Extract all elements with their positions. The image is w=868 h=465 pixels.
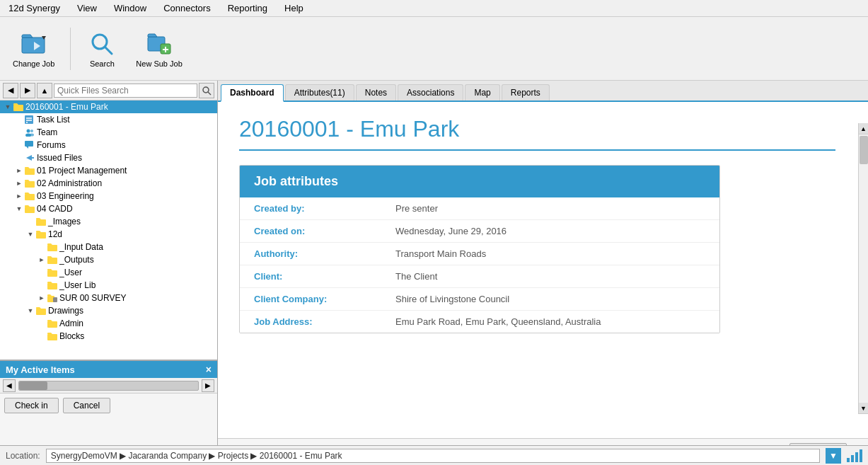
tree-item-01-proj-mgmt[interactable]: ► 01 Project Management: [0, 164, 217, 177]
tree-item-outputs[interactable]: ► _Outputs: [0, 253, 217, 266]
tree-item-drawings[interactable]: ▼ Drawings: [0, 304, 217, 317]
tree-item-sur-survey[interactable]: ► SUR 00 SURVEY: [0, 292, 217, 304]
folder-yellow3-icon: [24, 190, 35, 202]
tree-item-input-data[interactable]: _Input Data: [0, 241, 217, 253]
location-field[interactable]: [46, 449, 820, 463]
tree-item-admin-label: Admin: [59, 318, 83, 328]
svg-rect-31: [47, 270, 57, 277]
change-job-button[interactable]: Change Job: [7, 22, 60, 75]
tree-toggle-outputs[interactable]: ►: [37, 255, 47, 265]
tree-item-user[interactable]: _User: [0, 266, 217, 279]
tree-toggle-empty6: [37, 242, 47, 252]
search-icon: [88, 30, 116, 58]
check-in-button[interactable]: Check in: [4, 398, 59, 413]
menu-window[interactable]: Window: [111, 1, 149, 15]
tree-item-12d[interactable]: ▼ 12d: [0, 228, 217, 241]
scroll-thumb: [19, 381, 47, 390]
toolbar: Change Job Search New Sub Job: [0, 17, 868, 81]
tree-item-task-list-label: Task List: [37, 115, 70, 125]
bar2: [851, 455, 854, 462]
folder-yellow6-icon: [35, 229, 47, 240]
active-items-title: My Active Items: [6, 364, 75, 375]
svg-point-18: [30, 134, 34, 137]
folder-yellow9-icon: [47, 267, 58, 278]
tree-toggle-03[interactable]: ►: [14, 191, 24, 201]
scroll-up-arrow[interactable]: ▲: [859, 123, 868, 134]
forum-icon: [24, 139, 35, 151]
scroll-right-arrow[interactable]: ▶: [202, 379, 214, 392]
scrollbar-thumb-right: [860, 136, 868, 164]
active-items-panel: My Active Items × ◀ ▶ Check in Cancel: [0, 360, 217, 445]
search-label: Search: [90, 59, 115, 68]
svg-rect-26: [25, 207, 35, 213]
scrollbar-track[interactable]: [859, 134, 868, 403]
tree-toggle-01[interactable]: ►: [14, 166, 24, 176]
tree-item-admin[interactable]: Admin: [0, 317, 217, 330]
right-scrollbar[interactable]: ▲ ▼: [858, 123, 868, 414]
tree-toggle-drawings[interactable]: ▼: [25, 306, 35, 316]
tree-nav-up[interactable]: ▲: [37, 83, 52, 98]
tree-item-forums[interactable]: Forums: [0, 139, 217, 151]
tree-item-02-admin[interactable]: ► 02 Administration: [0, 177, 217, 190]
tree-item-blocks[interactable]: Blocks: [0, 330, 217, 343]
checklist-icon: [24, 114, 35, 125]
bar1: [847, 458, 850, 462]
tree-item-04-cadd[interactable]: ▼ 04 CADD: [0, 202, 217, 215]
scroll-left-arrow[interactable]: ◀: [3, 379, 16, 392]
menu-synergy[interactable]: 12d Synergy: [6, 1, 63, 15]
menu-reporting[interactable]: Reporting: [225, 1, 270, 15]
tree-item-task-list[interactable]: Task List: [0, 113, 217, 126]
quick-files-search-input[interactable]: [54, 84, 197, 98]
job-attributes-body: Created by: Pre senter Created on: Wedne…: [240, 197, 719, 333]
main-tab-dashboard[interactable]: Dashboard: [221, 84, 284, 102]
menu-view[interactable]: View: [74, 1, 100, 15]
main-tab-associations[interactable]: Associations: [398, 84, 463, 101]
location-dropdown-button[interactable]: ▼: [826, 448, 841, 464]
tree-item-sur-survey-label: SUR 00 SURVEY: [59, 293, 126, 303]
tree-item-team[interactable]: Team: [0, 126, 217, 139]
tree-item-root[interactable]: ▼ 20160001 - Emu Park: [0, 101, 217, 113]
menu-connectors[interactable]: Connectors: [161, 1, 213, 15]
tree-toggle-02[interactable]: ►: [14, 178, 24, 188]
main-tab-notes[interactable]: Notes: [356, 84, 396, 101]
new-sub-job-icon: [145, 30, 173, 58]
tree-container[interactable]: ▼ 20160001 - Emu Park Task List Team: [0, 101, 217, 360]
menu-help[interactable]: Help: [282, 1, 306, 15]
scroll-track[interactable]: [18, 381, 199, 391]
attr-value-created-on: Wednesday, June 29, 2016: [395, 226, 507, 236]
tree-toggle-sur[interactable]: ►: [37, 293, 47, 303]
tree-item-03-label: 03 Engineering: [37, 191, 94, 201]
tree-item-03-eng[interactable]: ► 03 Engineering: [0, 190, 217, 202]
active-items-actions: Check in Cancel: [0, 394, 217, 418]
svg-rect-24: [25, 181, 35, 188]
tree-toggle-04[interactable]: ▼: [14, 204, 24, 214]
attr-label-job-address: Job Address:: [254, 316, 395, 327]
tree-item-images[interactable]: _Images: [0, 215, 217, 228]
tree-nav-back[interactable]: ◀: [3, 83, 18, 98]
new-sub-job-button[interactable]: New Sub Job: [130, 22, 187, 75]
tree-toggle-12d[interactable]: ▼: [25, 229, 35, 239]
tree-toggle-root[interactable]: ▼: [3, 102, 13, 112]
svg-rect-12: [25, 115, 33, 124]
folder-yellow2-icon: [24, 178, 35, 189]
job-attributes-header: Job attributes: [240, 166, 719, 197]
tree-item-04-label: 04 CADD: [37, 204, 73, 214]
tree-nav-forward[interactable]: ▶: [20, 83, 35, 98]
search-button[interactable]: Search: [81, 22, 123, 75]
main-tab-map[interactable]: Map: [465, 84, 499, 101]
tree-item-user-lib[interactable]: _User Lib: [0, 279, 217, 292]
attr-row-created-on: Created on: Wednesday, June 29, 2016: [240, 220, 719, 243]
tree-search-button[interactable]: [199, 83, 214, 98]
cancel-button[interactable]: Cancel: [63, 398, 110, 413]
tree-item-issued-files-label: Issued Files: [37, 153, 82, 163]
tree-item-outputs-label: _Outputs: [59, 255, 94, 265]
scroll-down-arrow[interactable]: ▼: [859, 403, 868, 414]
tree-toggle-empty7: [37, 268, 47, 277]
active-items-close-button[interactable]: ×: [206, 364, 212, 375]
main-tab-reports[interactable]: Reports: [502, 84, 550, 101]
tree-item-01-label: 01 Project Management: [37, 166, 127, 176]
main-tab-attributes[interactable]: Attributes(11): [285, 84, 354, 101]
svg-line-4: [105, 47, 112, 54]
tree-item-issued-files[interactable]: Issued Files: [0, 151, 217, 164]
svg-marker-20: [26, 147, 28, 149]
